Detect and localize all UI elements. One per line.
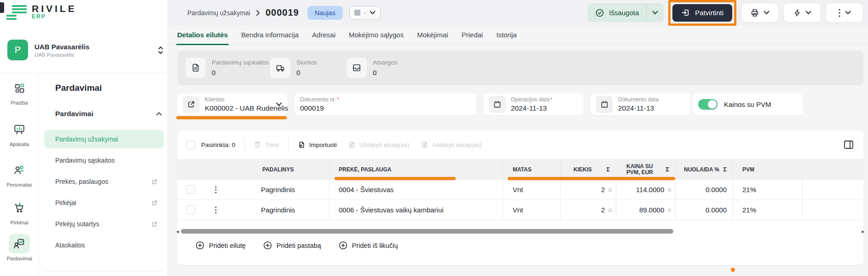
rail-item-apskaita[interactable]: Apskaita <box>0 120 39 147</box>
icon-rail: Pradžia Apskaita Personalas Pirkimai Par… <box>0 73 39 276</box>
select-all-checkbox[interactable] <box>186 141 195 149</box>
operacijos-data-field[interactable]: Operacijos data* 2024-11-13 <box>483 94 584 115</box>
cell-preke[interactable]: 0004 - Šviestuvas <box>329 180 503 200</box>
rail-item-pardavimai[interactable]: Pardavimai <box>0 234 39 261</box>
nav-item-pardavimu-uzsakymai[interactable]: Pardavimų užsakymai <box>44 130 164 148</box>
more-menu-button[interactable] <box>826 3 863 23</box>
open-rows-button[interactable]: Atidaryti eilutę(es) <box>421 141 482 149</box>
column-settings-button[interactable] <box>843 140 854 150</box>
chart-board-icon <box>9 120 30 139</box>
scroll-left-arrow[interactable]: ◂ <box>176 229 179 235</box>
row-kebab-menu[interactable] <box>205 200 227 220</box>
cell-kaina[interactable]: 89.0000≡ <box>616 200 675 220</box>
sum-icon[interactable]: Σ <box>665 166 669 173</box>
cell-kaina[interactable]: 114.0000≡ <box>616 180 675 200</box>
table-row[interactable]: Pagrindinis 0006 - Šviestuvas vaikų kamb… <box>177 200 863 220</box>
tab-mokejimai[interactable]: Mokėjimai <box>417 25 448 44</box>
summary-siuntos[interactable]: Siuntos 0 <box>270 58 317 78</box>
col-padalinys[interactable]: PADALINYS <box>227 159 329 180</box>
nav-item-pardavimu-saskaitos[interactable]: Pardavimų sąskaitos <box>44 151 164 170</box>
chevron-down-icon[interactable] <box>276 102 282 106</box>
nav-item-pirkejai[interactable]: Pirkėjai <box>44 194 164 212</box>
add-note-button[interactable]: Pridėti pastabą <box>263 241 321 250</box>
dokumento-data-field[interactable]: Dokumento data 2024-11-13 <box>590 94 690 115</box>
cell-preke[interactable]: 0006 - Šviestuvas vaikų kambariui <box>329 200 503 220</box>
cell-nuolaida[interactable]: 0.0000 <box>675 200 733 220</box>
kebab-menu-icon <box>215 206 217 214</box>
table-row[interactable]: Pagrindinis 0004 - Šviestuvas Vnt 2≡ 114… <box>177 180 863 200</box>
cell-matas[interactable]: Vnt <box>503 180 560 200</box>
klientas-field[interactable]: Klientas K000002 - UAB Rudenėlis <box>177 94 288 115</box>
scroll-right-arrow[interactable]: ▸ <box>862 229 864 235</box>
tab-detalios-eilutes[interactable]: Detalios eilutės <box>177 25 228 44</box>
kainos-su-pvm-toggle[interactable] <box>698 99 718 110</box>
summary-value: 0 <box>373 69 397 76</box>
tab-mokejimo-salygos[interactable]: Mokėjimo sąlygos <box>349 25 404 44</box>
delete-button[interactable]: Trinti <box>254 141 279 148</box>
up-down-chevron-icon[interactable] <box>157 45 164 55</box>
row-checkbox[interactable] <box>186 206 195 214</box>
summary-atsargos[interactable]: Atsargos 0 <box>347 58 397 78</box>
tab-priedai[interactable]: Priedai <box>462 25 483 44</box>
add-from-stock-button[interactable]: Pridėti iš likučių <box>339 241 398 250</box>
drag-grip-icon[interactable]: ≡ <box>608 186 612 194</box>
drag-grip-icon[interactable]: ≡ <box>608 206 612 214</box>
kainos-su-pvm-card: Kainos su PVM <box>693 94 803 115</box>
confirm-button[interactable]: Patvirtinti <box>672 4 732 22</box>
col-pvm[interactable]: PVM <box>733 159 802 180</box>
rail-label: Pirkimai <box>10 220 28 225</box>
col-nuolaida[interactable]: NUOLAIDA %Σ <box>675 159 733 180</box>
tab-adresai[interactable]: Adresai <box>312 25 336 44</box>
row-checkbox[interactable] <box>186 185 195 194</box>
rail-item-pradzia[interactable]: Pradžia <box>0 78 39 106</box>
chevron-down-icon <box>370 11 376 15</box>
summary-label: Siuntos <box>296 59 317 66</box>
add-line-button[interactable]: Pridėti eilutę <box>196 241 246 250</box>
nav-group-pardavimai[interactable]: Pardavimai <box>55 110 162 118</box>
import-button[interactable]: Importuoti <box>298 141 337 149</box>
cell-padalinys[interactable]: Pagrindinis <box>227 180 329 200</box>
tab-bendra-informacija[interactable]: Bendra informacija <box>241 25 299 44</box>
cell-pvm[interactable]: 21% <box>733 180 802 200</box>
nav-item-prekes-paslaugos[interactable]: Prekės, paslaugos <box>44 172 164 191</box>
cell-nuolaida[interactable]: 0.0000 <box>675 180 733 200</box>
tab-istorija[interactable]: Istorija <box>496 25 516 44</box>
dokumento-data-value: 2024-11-13 <box>618 104 659 112</box>
open-row-icon <box>421 141 428 149</box>
annotation-underline-preke <box>335 177 456 180</box>
close-rows-button[interactable]: Uždaryti eilutę(es) <box>348 141 410 149</box>
dokumento-nr-field[interactable]: Dokumento nr.* 000019 <box>295 94 476 115</box>
scrollbar-thumb[interactable] <box>181 229 673 234</box>
chevron-down-icon[interactable] <box>647 11 664 15</box>
open-rows-label: Atidaryti eilutę(es) <box>432 141 482 148</box>
sum-icon[interactable]: Σ <box>606 166 610 173</box>
row-kebab-menu[interactable] <box>205 180 227 200</box>
printer-icon <box>750 8 759 18</box>
breadcrumb-separator-icon <box>256 10 260 16</box>
sum-icon[interactable]: Σ <box>723 166 727 173</box>
calendar-icon <box>596 96 613 113</box>
drag-grip-icon[interactable]: ≡ <box>667 206 671 214</box>
flag-status-select[interactable]: - <box>349 6 381 20</box>
horizontal-scrollbar[interactable]: ◂ ▸ <box>178 228 862 235</box>
cell-kiekis[interactable]: 2≡ <box>560 180 616 200</box>
rail-item-pirkimai[interactable]: Pirkimai <box>0 198 39 225</box>
cell-kiekis[interactable]: 2≡ <box>560 200 616 220</box>
saved-split-button[interactable]: Išsaugota <box>588 3 664 22</box>
table-toolbar: Pasirinkta: 0 Trinti Importuoti Uždaryti… <box>177 130 863 159</box>
rail-item-personalas[interactable]: Personalas <box>0 160 39 188</box>
nav-item-pirkeju-sutartys[interactable]: Pirkėjų sutartys <box>44 215 164 233</box>
print-menu-button[interactable] <box>741 3 779 23</box>
actions-menu-button[interactable] <box>783 3 821 23</box>
nav-item-ataskaitos[interactable]: Ataskaitos <box>44 236 164 254</box>
summary-pardavimu-saskaitos[interactable]: Pardavimų sąskaitos 0 <box>185 58 269 78</box>
external-link-icon <box>183 96 200 113</box>
cell-pvm[interactable]: 21% <box>733 200 802 220</box>
external-link-icon <box>151 179 157 185</box>
drag-grip-icon[interactable]: ≡ <box>667 186 671 194</box>
breadcrumb[interactable]: Pardavimų užsakymai <box>187 9 250 17</box>
cell-matas[interactable]: Vnt <box>503 200 560 220</box>
cell-padalinys[interactable]: Pagrindinis <box>227 200 329 220</box>
app-logo[interactable]: RIVILE ERP <box>6 4 77 20</box>
company-selector[interactable]: P UAB Pavasarėlis UAB Pavasarėlis <box>7 40 164 60</box>
